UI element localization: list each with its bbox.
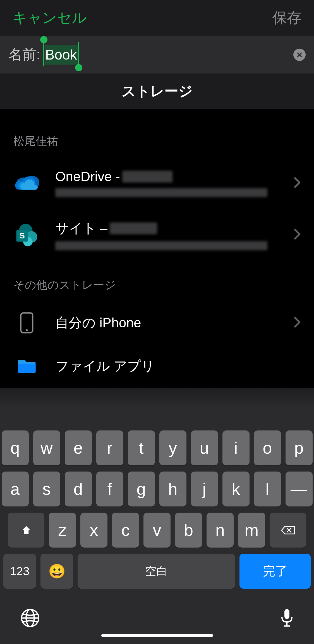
storage-item-onedrive[interactable]: OneDrive -: [0, 157, 314, 209]
selection-handle-start-icon[interactable]: [43, 42, 44, 66]
key-space[interactable]: 空白: [78, 554, 235, 589]
key-v[interactable]: v: [143, 513, 171, 548]
keyboard-row-3: z x c v b n m: [3, 513, 311, 548]
microphone-icon: [280, 608, 294, 628]
emoji-icon: 😀: [48, 563, 66, 579]
keyboard: q w e r t y u i o p a s d f g h j k l — …: [0, 388, 314, 644]
key-u[interactable]: u: [191, 430, 218, 465]
key-numbers[interactable]: 123: [3, 554, 36, 589]
key-j[interactable]: j: [191, 472, 218, 506]
storage-item-title: OneDrive -: [55, 169, 120, 184]
redacted-subtitle: [55, 241, 267, 250]
key-z[interactable]: z: [49, 513, 76, 548]
key-p[interactable]: p: [286, 430, 313, 465]
name-row: 名前: Book: [0, 36, 314, 74]
keyboard-row-2: a s d f g h j k l —: [3, 472, 311, 506]
storage-item-texts: 自分の iPhone: [55, 314, 294, 332]
storage-header: ストレージ: [0, 74, 314, 110]
key-i[interactable]: i: [222, 430, 250, 465]
svg-text:S: S: [19, 231, 25, 240]
redacted-text: [122, 171, 172, 183]
shift-icon: [21, 525, 32, 536]
key-m[interactable]: m: [238, 513, 265, 548]
keyboard-row-4: 123 😀 空白 完了: [3, 554, 311, 589]
key-q[interactable]: q: [2, 430, 29, 465]
svg-point-6: [26, 329, 28, 331]
key-o[interactable]: o: [254, 430, 281, 465]
account-section-label: 松尾佳祐: [0, 123, 314, 157]
clear-text-button[interactable]: [293, 49, 306, 61]
other-section-label: その他のストレージ: [0, 261, 314, 301]
svg-rect-10: [284, 609, 289, 619]
storage-list: 松尾佳祐 OneDrive - S サイト –: [0, 109, 314, 388]
iphone-icon: [13, 309, 40, 336]
backspace-icon: [281, 525, 295, 535]
key-l[interactable]: l: [254, 472, 281, 506]
storage-item-texts: OneDrive -: [55, 169, 294, 197]
header: キャンセル 保存: [0, 0, 314, 36]
key-b[interactable]: b: [175, 513, 202, 548]
dictation-button[interactable]: [280, 608, 294, 629]
name-label: 名前:: [8, 45, 40, 64]
key-done[interactable]: 完了: [239, 554, 311, 589]
storage-item-texts: サイト –: [55, 219, 294, 250]
key-shift[interactable]: [8, 513, 44, 548]
key-w[interactable]: w: [33, 430, 60, 465]
chevron-right-icon: [294, 317, 301, 329]
chevron-right-icon: [294, 177, 301, 189]
sharepoint-icon: S: [13, 221, 40, 248]
storage-item-files-app[interactable]: ファイル アプリ: [0, 344, 314, 388]
key-k[interactable]: k: [222, 472, 250, 506]
storage-title: ストレージ: [122, 82, 193, 101]
cancel-button[interactable]: キャンセル: [13, 8, 87, 28]
selection-handle-end-icon[interactable]: [78, 42, 79, 66]
key-n[interactable]: n: [207, 513, 234, 548]
name-input[interactable]: Book: [45, 47, 77, 63]
redacted-subtitle: [55, 188, 267, 197]
onedrive-icon: [13, 170, 40, 196]
close-icon: [296, 52, 303, 58]
globe-button[interactable]: [20, 608, 40, 629]
key-a[interactable]: a: [2, 472, 29, 506]
save-button[interactable]: 保存: [272, 8, 301, 28]
home-indicator[interactable]: [101, 634, 213, 637]
redacted-text: [110, 222, 157, 234]
key-g[interactable]: g: [128, 472, 155, 506]
key-backspace[interactable]: [270, 513, 306, 548]
storage-item-title: 自分の iPhone: [55, 314, 294, 332]
keyboard-row-1: q w e r t y u i o p: [3, 430, 311, 465]
storage-item-title: サイト –: [55, 219, 107, 237]
key-s[interactable]: s: [33, 472, 60, 506]
key-x[interactable]: x: [80, 513, 107, 548]
storage-item-iphone[interactable]: 自分の iPhone: [0, 301, 314, 344]
storage-item-sharepoint[interactable]: S サイト –: [0, 209, 314, 261]
key-t[interactable]: t: [128, 430, 155, 465]
folder-icon: [13, 353, 40, 379]
key-h[interactable]: h: [159, 472, 186, 506]
storage-item-texts: ファイル アプリ: [55, 357, 301, 375]
storage-item-title: ファイル アプリ: [55, 357, 301, 375]
key-d[interactable]: d: [65, 472, 92, 506]
key-c[interactable]: c: [112, 513, 139, 548]
globe-icon: [20, 608, 40, 628]
key-r[interactable]: r: [96, 430, 123, 465]
key-dash[interactable]: —: [286, 472, 313, 506]
key-e[interactable]: e: [65, 430, 92, 465]
key-emoji[interactable]: 😀: [40, 554, 73, 589]
chevron-right-icon: [294, 229, 301, 241]
key-f[interactable]: f: [96, 472, 123, 506]
key-y[interactable]: y: [159, 430, 186, 465]
